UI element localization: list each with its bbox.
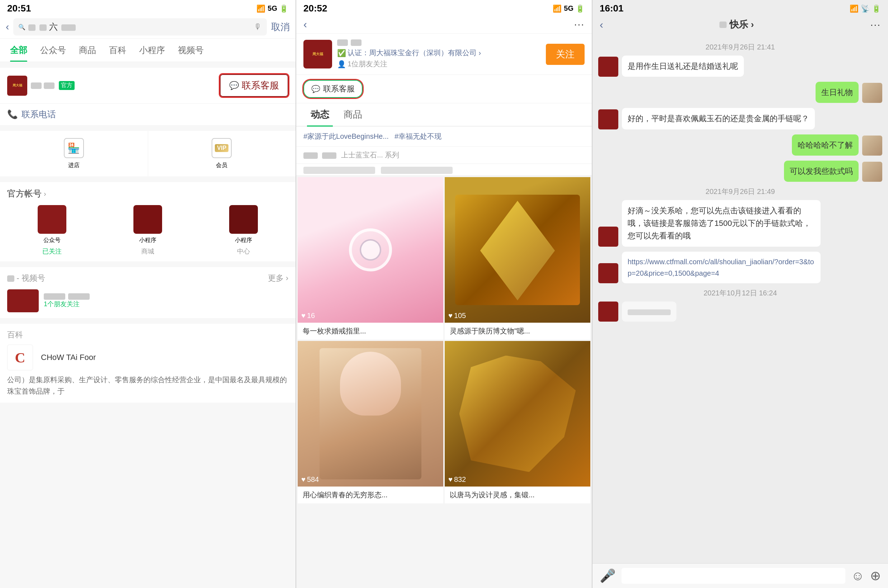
- status-bar-3: 16:01 📶 📡 🔋: [592, 0, 888, 15]
- follow-button[interactable]: 关注: [546, 44, 585, 65]
- video-more-link[interactable]: 更多 ›: [268, 273, 288, 284]
- more-options-button-3[interactable]: ···: [870, 19, 881, 30]
- profile-header: ‹ ···: [296, 15, 592, 34]
- status-bar-1: 20:51 📶 5G 🔋: [0, 0, 296, 15]
- post-item-horse2[interactable]: ♥ 832 以唐马为设计灵感，集锻...: [445, 341, 590, 503]
- signal-icon-3: 📶: [850, 4, 859, 13]
- account-status-gongzhonghao: 已关注: [42, 247, 62, 256]
- preview-block-2: [381, 167, 453, 174]
- brand-name-baike: CHoW TAi Foor: [41, 353, 96, 362]
- video-item[interactable]: 1个朋友关注: [7, 290, 288, 312]
- emoji-button[interactable]: ☺: [851, 568, 864, 584]
- back-icon[interactable]: ‹: [6, 21, 9, 33]
- message-bubble-link[interactable]: https://www.ctfmall.com/c/all/shoulian_j…: [622, 252, 820, 283]
- tab-gongzhonghao[interactable]: 公众号: [34, 39, 72, 62]
- phone-icon: 📞: [7, 110, 18, 119]
- arrow-icon: ›: [44, 190, 46, 198]
- chat-input[interactable]: [621, 568, 845, 584]
- account-type-gongzhonghao: 公众号: [44, 237, 61, 244]
- like-count-ring: ♥ 16: [301, 312, 315, 320]
- action-grid: 🏪 进店 VIP 会员: [0, 131, 296, 176]
- contact-customer-service-button-2[interactable]: 💬 联系客服: [303, 80, 363, 98]
- tab-video[interactable]: 视频号: [171, 39, 210, 62]
- video-section: - 视频号 更多 › 1个朋友关注: [0, 267, 296, 318]
- enter-store-button[interactable]: 🏪 进店: [0, 131, 148, 176]
- accounts-grid: 公众号 已关注 小程序 商城 小程序 中心: [7, 205, 288, 256]
- message-row-partial: [598, 302, 882, 322]
- account-type-miniprogram-2: 小程序: [235, 237, 252, 244]
- message-row-7: https://www.ctfmall.com/c/all/shoulian_j…: [598, 252, 882, 283]
- brand-logo: 周大福: [7, 76, 27, 96]
- account-miniprogram-2[interactable]: 小程序 中心: [198, 205, 288, 256]
- time-2: 20:52: [303, 3, 327, 14]
- tab-miniprogram[interactable]: 小程序: [133, 39, 171, 62]
- contact-customer-service-button-1[interactable]: 💬 联系客服: [220, 74, 288, 97]
- search-bar[interactable]: 🔍 六 🎙: [13, 18, 267, 36]
- followers-icon: 👤: [337, 60, 346, 69]
- content-tabs: 动态 商品: [296, 103, 592, 127]
- preview-block-1: [303, 167, 375, 174]
- cancel-button[interactable]: 取消: [271, 21, 290, 33]
- tab-products-p2[interactable]: 商品: [336, 103, 369, 126]
- sender-avatar-partial: [598, 302, 618, 322]
- post-text-preview: [296, 164, 592, 176]
- like-count-horse2: ♥ 832: [448, 476, 466, 484]
- battery-icon-3: 🔋: [872, 4, 881, 13]
- time-1: 20:51: [7, 3, 31, 14]
- like-count-lady: ♥ 584: [301, 476, 319, 484]
- post-item-ring[interactable]: ♥ 16 每一枚求婚戒指里...: [298, 177, 443, 339]
- post-caption-horse: 灵感源于陕历博文物"嗯...: [445, 322, 590, 339]
- status-bar-2: 20:52 📶 5G 🔋: [296, 0, 592, 15]
- chat-messages: 2021年9月26日 21:41 是用作生日送礼还是结婚送礼呢 生日礼物 好的，…: [592, 34, 888, 563]
- tab-baike[interactable]: 百科: [103, 39, 133, 62]
- self-avatar-1: [862, 83, 882, 103]
- phone-row[interactable]: 📞 联系电话: [0, 103, 296, 125]
- account-name-miniprogram-1: 商城: [141, 247, 154, 256]
- network-badge-2: 5G: [564, 4, 573, 12]
- message-bubble-6: 好滴～没关系哈，您可以先点击该链接进入看看的哦，该链接是客服筛选了1500元以下…: [622, 200, 820, 247]
- video-thumbnail: [7, 290, 39, 312]
- account-logo-miniprogram-1: [134, 205, 162, 234]
- message-bubble-3: 好的，平时是喜欢佩戴玉石的还是贵金属的手链呢？: [622, 108, 815, 129]
- chat-icon: 💬: [311, 85, 320, 93]
- post-image-horse: ♥ 105: [445, 177, 590, 322]
- hashtag-1[interactable]: #家源于此LoveBeginsHe...: [303, 132, 389, 141]
- search-tabs: 全部 公众号 商品 百科 小程序 视频号: [0, 39, 296, 62]
- post-image-horse2: ♥ 832: [445, 341, 590, 486]
- official-name: 官方: [31, 81, 75, 90]
- post-image-lady: ♥ 584: [298, 341, 443, 486]
- message-row-5: 可以发我些款式吗: [598, 160, 882, 182]
- post-item-horse[interactable]: ♥ 105 灵感源于陕历博文物"嗯...: [445, 177, 590, 339]
- video-section-header: - 视频号 更多 ›: [7, 273, 288, 284]
- timestamp-3: 2021年10月12日 16:24: [598, 288, 882, 298]
- verified-icon: ✅: [337, 49, 346, 57]
- chat-title: 快乐 ›: [720, 18, 754, 31]
- post-caption-ring: 每一枚求婚戒指里...: [298, 322, 443, 339]
- baike-section: 百科 C CHoW TAi Foor 公司）是集原料采购、生产设计、零售服务的综…: [0, 324, 296, 403]
- mic-icon[interactable]: 🎙: [254, 22, 262, 32]
- chat-input-bar: 🎤 ☺ ⊕: [592, 563, 888, 588]
- audio-button[interactable]: 🎤: [600, 568, 616, 584]
- chow-tai-fook-logo: C: [7, 345, 33, 370]
- tab-all[interactable]: 全部: [4, 39, 34, 62]
- message-bubble-1: 是用作生日送礼还是结婚送礼呢: [622, 56, 744, 77]
- more-options-button-2[interactable]: ···: [574, 19, 585, 30]
- tab-products[interactable]: 商品: [72, 39, 103, 62]
- account-logo-gongzhonghao: [38, 205, 66, 234]
- account-gongzhonghao[interactable]: 公众号 已关注: [7, 205, 97, 256]
- attachment-button[interactable]: ⊕: [870, 568, 881, 584]
- back-button-2[interactable]: ‹: [303, 18, 307, 30]
- partial-message-indicator: [622, 302, 676, 321]
- hashtag-2[interactable]: #幸福无处不现: [394, 132, 441, 141]
- back-button-3[interactable]: ‹: [600, 19, 603, 31]
- account-name-miniprogram-2: 中心: [237, 247, 250, 256]
- tab-dynamics[interactable]: 动态: [303, 103, 336, 126]
- sender-avatar-6: [598, 226, 618, 247]
- post-item-lady[interactable]: ♥ 584 用心编织青春的无穷形态...: [298, 341, 443, 503]
- account-miniprogram-1[interactable]: 小程序 商城: [103, 205, 193, 256]
- search-icon: 🔍: [18, 24, 26, 30]
- baike-description: 公司）是集原料采购、生产设计、零售服务的综合性经营企业，是中国最名及最具规模的珠…: [7, 374, 288, 397]
- panel-2: 20:52 📶 5G 🔋 ‹ ··· 周大福 ✅ 认证：周大福珠宝金行（深圳）有: [296, 0, 592, 588]
- vip-button[interactable]: VIP 会员: [148, 131, 296, 176]
- official-accounts-section: 官方帐号 › 公众号 已关注 小程序 商城 小程序 中心: [0, 182, 296, 261]
